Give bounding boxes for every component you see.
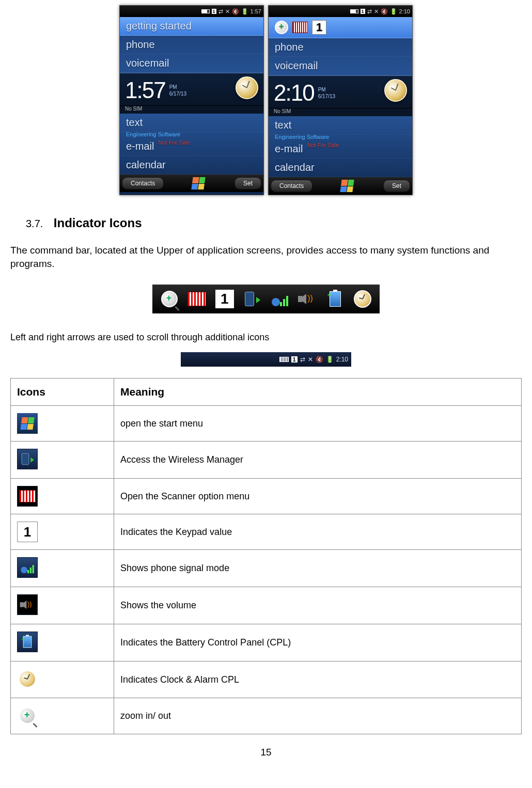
barcode-icon	[292, 22, 308, 33]
meaning-cell: Shows the volume	[114, 587, 522, 624]
home-item-text: text	[269, 116, 412, 135]
battery2-icon: 🔋	[241, 8, 248, 15]
volume-icon: 🔇	[316, 356, 323, 363]
ampm: PM	[169, 84, 177, 90]
table-header-row: Icons Meaning	[11, 379, 522, 406]
signal-icon	[17, 557, 38, 578]
battery-icon: +	[17, 632, 38, 652]
keypad-icon: 1	[291, 356, 298, 363]
paragraph-2: Left and right arrows are used to scroll…	[10, 332, 522, 343]
meaning-cell: Indicates the Keypad value	[114, 514, 522, 550]
home-item-phone: phone	[120, 36, 263, 54]
status-bar: 1 ⇄ ✕ 🔇 🔋 2:10	[269, 6, 412, 17]
command-bar-figure: 1 )) +	[152, 285, 380, 313]
soft-key-bar: Contacts Set	[269, 177, 412, 195]
volume-icon: ))	[296, 288, 318, 310]
section-title: Indicator Icons	[54, 216, 142, 230]
col-meaning: Meaning	[114, 379, 522, 406]
nosim-label: No SIM	[269, 108, 412, 116]
meaning-cell: Indicates the Battery Control Panel (CPL…	[114, 624, 522, 661]
ampm: PM	[318, 87, 326, 92]
status-bar-figure: 1 ⇄ ✕ 🔇 🔋 2:10	[181, 352, 351, 367]
table-row: )) Shows the volume	[11, 587, 522, 624]
softkey-set: Set	[383, 180, 410, 192]
wireless-icon	[17, 449, 38, 469]
nosim-label: No SIM	[120, 106, 263, 114]
paragraph-1: The command bar, located at the Upper of…	[10, 244, 522, 270]
phone-screen-left: 1 ⇄ ✕ 🔇 🔋 1:57 getting started phone voi…	[119, 5, 264, 195]
section-heading: 3.7. Indicator Icons	[26, 216, 522, 230]
volume-icon: 🔇	[232, 8, 239, 15]
sync-icon: ⇄	[367, 8, 372, 15]
soft-key-bar: Contacts Set	[120, 175, 263, 192]
barcode-icon	[17, 486, 38, 507]
clock-icon	[236, 76, 258, 99]
keypad-one-icon: 1	[214, 288, 236, 310]
zoom-icon	[159, 288, 180, 310]
table-row: + Indicates the Battery Control Panel (C…	[11, 624, 522, 661]
sim-icon: ✕	[374, 8, 379, 15]
clock-row: 2:10 PM 6/17/13	[269, 75, 412, 108]
keypad-one-icon: 1	[17, 522, 38, 542]
clock-icon	[384, 79, 407, 102]
table-row: Access the Wireless Manager	[11, 442, 522, 479]
volume-icon: ))	[17, 594, 38, 615]
barcode-icon	[186, 288, 208, 310]
clock-row: 1:57 PM 6/17/13	[120, 73, 263, 106]
section-number: 3.7.	[26, 218, 43, 230]
status-bar: 1 ⇄ ✕ 🔇 🔋 1:57	[120, 6, 263, 17]
home-item-voicemail: voicemail	[269, 57, 412, 75]
sim-icon: ✕	[308, 356, 313, 363]
phone-screenshots: 1 ⇄ ✕ 🔇 🔋 1:57 getting started phone voi…	[10, 5, 522, 195]
zoom-icon	[17, 705, 38, 726]
sim-icon: ✕	[225, 8, 230, 15]
table-row: zoom in/ out	[11, 698, 522, 734]
watermark: Engineering Software	[120, 131, 263, 137]
table-row: Open the Scanner option menu	[11, 479, 522, 514]
home-item-text: text	[120, 114, 263, 132]
softkey-contacts: Contacts	[122, 177, 164, 190]
battery-icon	[350, 9, 358, 13]
battery-icon: +	[324, 288, 346, 310]
sync-icon: ⇄	[300, 356, 305, 363]
keypad-icon: 1	[212, 9, 216, 14]
home-item-phone: phone	[269, 38, 412, 57]
meaning-cell: Access the Wireless Manager	[114, 442, 522, 479]
item-label: getting started	[126, 20, 192, 32]
home-item-email: e-mail Not For Sale	[269, 140, 412, 159]
table-row: Shows phone signal mode	[11, 550, 522, 587]
home-item-voicemail: voicemail	[120, 54, 263, 73]
big-time: 1:57	[125, 77, 165, 103]
start-menu-icon	[17, 413, 38, 434]
battery2-icon: 🔋	[390, 8, 397, 15]
table-row: Indicates Clock & Alarm CPL	[11, 661, 522, 698]
table-row: open the start menu	[11, 406, 522, 442]
table-row: 1 Indicates the Keypad value	[11, 514, 522, 550]
meaning-cell: Open the Scanner option menu	[114, 479, 522, 514]
battery2-icon: 🔋	[326, 356, 334, 363]
home-item-email: e-mail Not For Sale	[120, 137, 263, 156]
big-time: 2:10	[274, 80, 314, 106]
volume-icon: 🔇	[381, 8, 388, 15]
softkey-set: Set	[234, 177, 261, 190]
home-item-calendar: calendar	[120, 156, 263, 175]
home-item-getting-started: getting started	[120, 17, 263, 36]
icons-table: Icons Meaning open the start menu Access…	[10, 378, 522, 734]
home-item-command-icons: 1	[269, 17, 412, 38]
col-icons: Icons	[11, 379, 114, 406]
meaning-cell: Indicates Clock & Alarm CPL	[114, 661, 522, 698]
wireless-icon	[241, 288, 263, 310]
sync-icon: ⇄	[218, 8, 223, 15]
keypad-one-icon: 1	[312, 20, 326, 35]
date: 6/17/13	[318, 93, 335, 99]
watermark: Engineering Software	[269, 134, 412, 140]
zoom-icon	[275, 21, 288, 34]
clock-text: 2:10	[336, 356, 348, 363]
keypad-icon: 1	[361, 9, 365, 14]
clock-text: 2:10	[399, 8, 410, 14]
home-item-calendar: calendar	[269, 159, 412, 177]
clock-icon	[352, 288, 373, 310]
meaning-cell: open the start menu	[114, 406, 522, 442]
page-number: 15	[10, 747, 522, 758]
phone-screen-right: 1 ⇄ ✕ 🔇 🔋 2:10 1 phone voicemail 2:10 PM…	[268, 5, 413, 195]
